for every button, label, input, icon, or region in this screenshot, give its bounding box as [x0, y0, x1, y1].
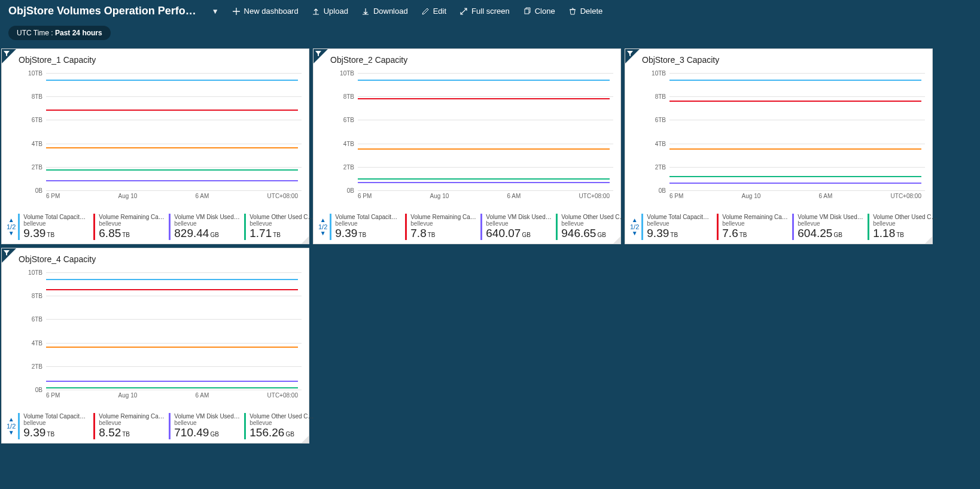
edit-button[interactable]: Edit	[421, 7, 446, 16]
metric-pager: ▲1/2▼	[630, 217, 639, 236]
resize-handle-icon[interactable]	[302, 436, 309, 443]
metric-value-number: 7.8	[410, 227, 426, 239]
chevron-up-icon[interactable]: ▲	[632, 217, 638, 223]
download-icon	[361, 7, 370, 16]
y-tick-label: 10TB	[334, 70, 354, 77]
metric[interactable]: Volume Remaining Cap…bellevue8.52TB	[93, 413, 168, 439]
metric-value-unit: TB	[122, 431, 130, 438]
metric-name: Volume Remaining Cap…	[722, 214, 789, 220]
metric-sub: bellevue	[873, 220, 939, 227]
fullscreen-button[interactable]: Full screen	[459, 7, 510, 16]
metric-sub: bellevue	[174, 420, 241, 426]
series-line	[358, 98, 610, 99]
new-dashboard-label: New dashboard	[244, 7, 299, 16]
metric-value: 9.39TB	[647, 227, 713, 240]
metric-name: Volume Remaining Cap…	[99, 214, 165, 220]
series-line	[46, 169, 298, 171]
metric-name: Volume Other Used Ca…	[249, 413, 316, 420]
plot-area	[358, 73, 610, 190]
tile[interactable]: ObjStore_1 Capacity0B2TB4TB6TB8TB10TB6 P…	[1, 48, 309, 244]
metric-sub: bellevue	[486, 220, 552, 227]
plot-area	[46, 73, 298, 190]
x-tick-label: 6 AM	[196, 193, 209, 199]
metric-sub: bellevue	[410, 220, 477, 227]
series-line	[669, 183, 921, 184]
delete-button[interactable]: Delete	[568, 7, 603, 16]
svg-rect-0	[525, 9, 529, 14]
metric-value-number: 604.25	[798, 227, 832, 239]
x-tick-label: UTC+08:00	[267, 392, 298, 399]
series-line	[46, 381, 298, 382]
download-button[interactable]: Download	[361, 7, 408, 16]
metric[interactable]: Volume VM Disk Used …bellevue710.49GB	[169, 413, 243, 439]
clone-label: Clone	[535, 7, 555, 16]
metric-value: 710.49GB	[174, 426, 241, 439]
chevron-up-icon[interactable]: ▲	[8, 217, 14, 223]
y-gridline: 0B	[46, 190, 302, 191]
plot-area	[46, 272, 298, 390]
chevron-up-icon[interactable]: ▲	[320, 217, 326, 223]
metric-value-unit: TB	[428, 232, 436, 238]
series-line	[46, 180, 298, 181]
metric[interactable]: Volume VM Disk Used …bellevue604.25GB	[792, 214, 866, 240]
y-tick-label: 2TB	[22, 363, 42, 370]
clone-button[interactable]: Clone	[523, 7, 555, 16]
metric[interactable]: Volume Remaining Cap…bellevue7.8TB	[405, 214, 479, 240]
metric-name: Volume Total Capacit…	[335, 214, 401, 220]
y-tick-label: 0B	[334, 187, 354, 194]
tile[interactable]: ObjStore_3 Capacity0B2TB4TB6TB8TB10TB6 P…	[625, 48, 933, 244]
download-label: Download	[373, 7, 408, 16]
metric-value-unit: GB	[285, 431, 294, 438]
chevron-down-icon[interactable]: ▼	[632, 230, 638, 236]
metric[interactable]: Volume VM Disk Used …bellevue829.44GB	[169, 214, 243, 240]
metric-value-number: 9.39	[23, 426, 45, 439]
filter-icon[interactable]	[2, 248, 16, 263]
resize-handle-icon[interactable]	[613, 236, 620, 244]
metric-value-number: 1.71	[249, 227, 272, 239]
resize-handle-icon[interactable]	[925, 236, 932, 244]
metric[interactable]: Volume Total Capacit…bellevue9.39TB	[18, 214, 92, 240]
chevron-down-icon[interactable]: ▼	[8, 430, 14, 436]
capacity-chart: 0B2TB4TB6TB8TB10TB6 PMAug 106 AMUTC+08:0…	[21, 73, 302, 190]
metric[interactable]: Volume VM Disk Used …bellevue640.07GB	[480, 214, 555, 240]
upload-button[interactable]: Upload	[312, 7, 348, 16]
filter-icon[interactable]	[625, 49, 640, 63]
resize-handle-icon[interactable]	[302, 236, 309, 244]
plus-icon	[232, 7, 241, 16]
new-dashboard-button[interactable]: New dashboard	[232, 7, 299, 16]
metric-value: 9.39TB	[23, 227, 90, 240]
series-line	[46, 147, 298, 148]
clone-icon	[523, 7, 531, 16]
tile[interactable]: ObjStore_4 Capacity0B2TB4TB6TB8TB10TB6 P…	[1, 248, 309, 444]
chevron-down-icon[interactable]: ▼	[212, 7, 219, 16]
chevron-down-icon[interactable]: ▼	[8, 230, 14, 236]
metric[interactable]: Volume Total Capacit…bellevue9.39TB	[641, 214, 716, 240]
chevron-down-icon[interactable]: ▼	[320, 230, 326, 236]
tile-title: ObjStore_3 Capacity	[625, 49, 932, 67]
metric-name: Volume Total Capacit…	[647, 214, 713, 220]
metric-value-number: 9.39	[335, 227, 357, 239]
dashboard-title[interactable]: ObjStore Volumes Operation Perfo…	[8, 5, 196, 17]
metric[interactable]: Volume Total Capacit…bellevue9.39TB	[330, 214, 404, 240]
x-tick-label: 6 PM	[46, 193, 60, 199]
y-gridline: 0B	[46, 390, 302, 390]
chevron-up-icon[interactable]: ▲	[8, 417, 14, 423]
metric-value-unit: GB	[210, 431, 218, 438]
metric[interactable]: Volume Remaining Cap…bellevue6.85TB	[93, 214, 168, 240]
metric[interactable]: Volume Remaining Cap…bellevue7.6TB	[717, 214, 791, 240]
filter-icon[interactable]	[2, 49, 16, 63]
y-tick-label: 6TB	[22, 316, 42, 323]
metric[interactable]: Volume Total Capacit…bellevue9.39TB	[18, 413, 92, 439]
capacity-chart: 0B2TB4TB6TB8TB10TB6 PMAug 106 AMUTC+08:0…	[333, 73, 613, 190]
metric-name: Volume VM Disk Used …	[798, 214, 864, 220]
x-axis: 6 PMAug 106 AMUTC+08:00	[669, 193, 921, 199]
metric-name: Volume Remaining Cap…	[99, 413, 165, 420]
metric-pager: ▲1/2▼	[7, 417, 16, 436]
filter-icon[interactable]	[314, 49, 328, 63]
metric-value: 6.85TB	[99, 227, 165, 240]
tile[interactable]: ObjStore_2 Capacity0B2TB4TB6TB8TB10TB6 P…	[313, 48, 621, 244]
y-gridline: 0B	[669, 190, 925, 191]
metric-name: Volume VM Disk Used …	[174, 413, 241, 420]
time-range-pill[interactable]: UTC Time : Past 24 hours	[8, 26, 111, 40]
x-tick-label: 6 PM	[669, 193, 683, 199]
